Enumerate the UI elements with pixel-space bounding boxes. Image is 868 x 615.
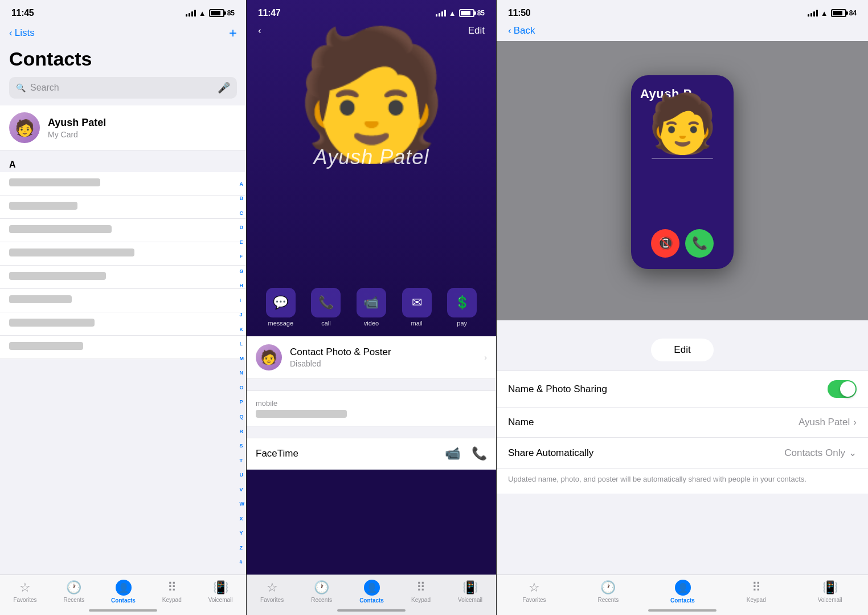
list-item[interactable] (0, 196, 246, 219)
facetime-audio-icon[interactable]: 📞 (472, 446, 487, 461)
tab-favorites[interactable]: ☆ Favorites (13, 580, 36, 603)
name-row[interactable]: Name Ayush Patel › (497, 408, 868, 438)
page-title: Contacts (0, 46, 246, 77)
tab-contacts-label-2: Contacts (359, 597, 384, 604)
wifi-icon-3: ▲ (821, 9, 828, 18)
action-call[interactable]: 📞 call (311, 288, 341, 327)
facetime-video-icon[interactable]: 📹 (445, 446, 460, 461)
tab-contacts-label-3: Contacts (670, 597, 695, 604)
tab-voicemail[interactable]: 📳 Voicemail (208, 580, 233, 603)
toggle-knob (840, 381, 855, 397)
section-letter-a: A (0, 155, 246, 172)
photo-poster-title: Contact Photo & Poster (290, 347, 476, 358)
list-item[interactable] (0, 336, 246, 359)
action-video[interactable]: 📹 video (357, 288, 386, 327)
tab-favorites-label: Favorites (13, 597, 36, 603)
action-mail-label: mail (411, 320, 422, 327)
detail-card: 🧑 Contact Photo & Poster Disabled › mobi… (247, 336, 496, 470)
contacts-icon-3: 👤 (675, 580, 691, 596)
list-item[interactable] (0, 172, 246, 196)
search-bar[interactable]: 🔍 Search 🎤 (9, 77, 237, 99)
facetime-row: FaceTime 📹 📞 (247, 438, 496, 470)
tab-recents-3[interactable]: 🕐 Recents (598, 580, 619, 603)
tab-contacts-3[interactable]: 👤 Contacts (670, 580, 695, 604)
my-card-subtitle: My Card (48, 130, 106, 139)
phone-line-2 (652, 158, 713, 159)
status-time-1: 11:45 (11, 8, 34, 18)
tab-keypad-label-3: Keypad (747, 597, 766, 603)
tab-voicemail-3[interactable]: 📳 Voicemail (818, 580, 842, 603)
tab-voicemail-label-2: Voicemail (458, 597, 482, 603)
status-time-2: 11:47 (258, 8, 280, 18)
recents-icon-2: 🕐 (314, 580, 329, 595)
tab-contacts[interactable]: 👤 Contacts (111, 580, 136, 604)
share-auto-label: Share Automatically (508, 447, 593, 459)
tab-voicemail-2[interactable]: 📳 Voicemail (458, 580, 482, 603)
wifi-icon-1: ▲ (199, 9, 206, 18)
tab-recents[interactable]: 🕐 Recents (64, 580, 85, 603)
video-icon: 📹 (357, 288, 386, 317)
edit-contact-button[interactable]: Edit (651, 339, 713, 361)
share-automatically-row[interactable]: Share Automatically Contacts Only ⌄ (497, 438, 868, 469)
tab-favorites-3[interactable]: ☆ Favorites (522, 580, 546, 603)
tab-keypad-label-2: Keypad (411, 597, 431, 603)
name-photo-sharing-toggle[interactable] (828, 380, 857, 398)
recents-icon-3: 🕐 (600, 580, 616, 595)
back-button-3[interactable]: ‹ Back (508, 25, 535, 36)
name-photo-sharing-label: Name & Photo Sharing (508, 384, 607, 395)
keypad-icon-2: ⠿ (416, 580, 425, 595)
name-field-value: Ayush Patel › (799, 417, 857, 428)
battery-label-2: 85 (477, 9, 485, 17)
battery-icon-1 (209, 9, 224, 17)
status-icons-2: ▲ 85 (436, 9, 485, 18)
wifi-icon-2: ▲ (449, 9, 456, 18)
share-auto-value: Contacts Only ⌄ (784, 447, 857, 459)
photo-poster-row[interactable]: 🧑 Contact Photo & Poster Disabled › (247, 336, 496, 379)
tab-favorites-2[interactable]: ☆ Favorites (260, 580, 284, 603)
action-message[interactable]: 💬 message (266, 288, 296, 327)
list-item[interactable] (0, 242, 246, 266)
my-card-info: Ayush Patel My Card (48, 117, 106, 139)
list-item[interactable] (0, 289, 246, 312)
memoji-emoji: 🧑 (293, 31, 450, 157)
photo-poster-avatar: 🧑 (256, 344, 282, 370)
status-bar-3: 11:50 ▲ 84 (497, 0, 868, 23)
battery-label-1: 85 (227, 9, 235, 17)
microphone-icon[interactable]: 🎤 (218, 82, 230, 94)
signal-icon-2 (436, 10, 446, 17)
tab-keypad-2[interactable]: ⠿ Keypad (411, 580, 431, 603)
list-item[interactable] (0, 266, 246, 289)
screen-name-photo-sharing: 11:50 ▲ 84 ‹ Back Ayush P 🧑 (497, 0, 868, 615)
action-pay[interactable]: 💲 pay (447, 288, 477, 327)
action-mail[interactable]: ✉ mail (402, 288, 432, 327)
list-item[interactable] (0, 312, 246, 336)
tab-favorites-label-3: Favorites (522, 597, 546, 603)
favorites-icon: ☆ (19, 580, 31, 595)
favorites-icon-2: ☆ (267, 580, 278, 595)
mobile-section: mobile (247, 390, 496, 426)
photo-poster-subtitle: Disabled (290, 359, 476, 368)
signal-icon-1 (186, 10, 196, 17)
chevron-left-icon: ‹ (9, 27, 13, 39)
settings-note: Updated name, photo, and poster will be … (497, 469, 868, 494)
add-contact-button[interactable]: + (229, 25, 237, 41)
tab-keypad-label: Keypad (162, 597, 182, 603)
tab-contacts-2[interactable]: 👤 Contacts (359, 580, 384, 604)
avatar: 🧑 (9, 112, 40, 143)
tab-keypad-3[interactable]: ⠿ Keypad (747, 580, 766, 603)
my-card-row[interactable]: 🧑 Ayush Patel My Card (0, 105, 246, 150)
tab-keypad[interactable]: ⠿ Keypad (162, 580, 182, 603)
voicemail-icon-2: 📳 (462, 580, 478, 595)
contact-hero: 🧑 Ayush Patel (247, 31, 496, 169)
edit-button-container: Edit (497, 329, 868, 370)
alpha-index[interactable]: ABCDEFG HIJKLMN OPQRSTU VWXYZ# (240, 177, 245, 569)
lists-back-button[interactable]: ‹ Lists (9, 27, 35, 39)
tab-voicemail-label: Voicemail (208, 597, 233, 603)
call-icon: 📞 (311, 288, 341, 317)
name-photo-sharing-row[interactable]: Name & Photo Sharing (497, 371, 868, 408)
battery-label-3: 84 (849, 9, 857, 17)
phone-memoji: 🧑 (647, 95, 718, 152)
list-item[interactable] (0, 219, 246, 242)
recents-icon: 🕐 (66, 580, 81, 595)
tab-recents-2[interactable]: 🕐 Recents (311, 580, 332, 603)
